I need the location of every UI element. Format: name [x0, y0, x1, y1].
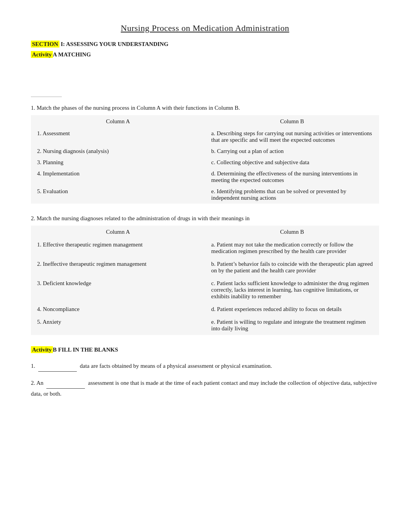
matching1-col-a-cell: 5. Evaluation [31, 186, 205, 204]
matching1-col-a-cell: 1. Assessment [31, 128, 205, 146]
matching1-col-b-header: Column B [205, 115, 379, 128]
fill-blanks-container: 1. data are facts obtained by means of a… [31, 361, 379, 399]
fill-blank-item: 2. An assessment is one that is made at … [31, 378, 379, 399]
page-title: Nursing Process on Medication Administra… [31, 23, 379, 33]
matching2-col-b-cell: d. Patient experiences reduced ability t… [205, 303, 379, 316]
matching1-col-b-cell: c. Collecting objective and subjective d… [205, 157, 379, 168]
matching1-col-b-cell: e. Identifying problems that can be solv… [205, 186, 379, 204]
table-row: 5. Anxiety e. Patient is willing to regu… [31, 316, 379, 335]
activity-a-label: ActivityA MATCHING [31, 51, 379, 58]
matching2-col-b-header: Column B [205, 226, 379, 238]
fill-blank-item: 1. data are facts obtained by means of a… [31, 361, 379, 372]
blank-line [46, 378, 85, 389]
section-highlight: SECTION [31, 41, 59, 48]
activity-b-letter: B [53, 347, 57, 353]
matching2-question: 2. Match the nursing diagnoses related t… [31, 215, 379, 222]
divider [31, 97, 62, 97]
matching1-col-a-cell: 4. Implementation [31, 168, 205, 186]
table-row: 1. Effective therapeutic regimen managem… [31, 238, 379, 258]
matching2-col-b-cell: b. Patient’s behavior fails to coincide … [205, 258, 379, 277]
activity-a-letter: A [53, 51, 57, 58]
table-row: 1. Assessment a. Describing steps for ca… [31, 128, 379, 146]
activity-b-text: FILL IN THE BLANKS [57, 347, 118, 353]
matching1-col-a-cell: 3. Planning [31, 157, 205, 168]
table-row: 5. Evaluation e. Identifying problems th… [31, 186, 379, 204]
matching1-col-a-header: Column A [31, 115, 205, 128]
matching2-col-b-cell: a. Patient may not take the medication c… [205, 238, 379, 258]
table-row: 3. Deficient knowledge c. Patient lacks … [31, 277, 379, 303]
section-label: SECTION I: ASSESSING YOUR UNDERSTANDING [31, 41, 379, 48]
table-row: 4. Implementation d. Determining the eff… [31, 168, 379, 186]
matching1-col-a-cell: 2. Nursing diagnosis (analysis) [31, 146, 205, 157]
table-row: 3. Planning c. Collecting objective and … [31, 157, 379, 168]
activity-a-highlight: Activity [31, 51, 53, 58]
matching1-col-b-cell: b. Carrying out a plan of action [205, 146, 379, 157]
table-row: 2. Ineffective therapeutic regimen manag… [31, 258, 379, 277]
matching2-col-a-cell: 4. Noncompliance [31, 303, 205, 316]
section-text: I: ASSESSING YOUR UNDERSTANDING [59, 41, 169, 47]
matching2-col-b-cell: c. Patient lacks sufficient knowledge to… [205, 277, 379, 303]
matching2-col-a-cell: 3. Deficient knowledge [31, 277, 205, 303]
matching1-col-b-cell: d. Determining the effectiveness of the … [205, 168, 379, 186]
table-row: 4. Noncompliance d. Patient experiences … [31, 303, 379, 316]
matching1-question: 1. Match the phases of the nursing proce… [31, 105, 379, 111]
matching2-col-a-header: Column A [31, 226, 205, 238]
matching2-col-a-cell: 2. Ineffective therapeutic regimen manag… [31, 258, 205, 277]
matching2-table: Column A Column B 1. Effective therapeut… [31, 226, 379, 335]
blank-line [38, 361, 77, 372]
matching1-col-b-cell: a. Describing steps for carrying out nur… [205, 128, 379, 146]
activity-b-label: ActivityB FILL IN THE BLANKS [31, 347, 379, 353]
matching2-col-a-cell: 1. Effective therapeutic regimen managem… [31, 238, 205, 258]
matching2-col-a-cell: 5. Anxiety [31, 316, 205, 335]
activity-b-section: ActivityB FILL IN THE BLANKS 1. data are… [31, 347, 379, 399]
activity-b-highlight: Activity [31, 346, 53, 353]
matching1-table: Column A Column B 1. Assessment a. Descr… [31, 115, 379, 204]
table-row: 2. Nursing diagnosis (analysis) b. Carry… [31, 146, 379, 157]
activity-a-text: MATCHING [57, 51, 91, 58]
matching2-col-b-cell: e. Patient is willing to regulate and in… [205, 316, 379, 335]
